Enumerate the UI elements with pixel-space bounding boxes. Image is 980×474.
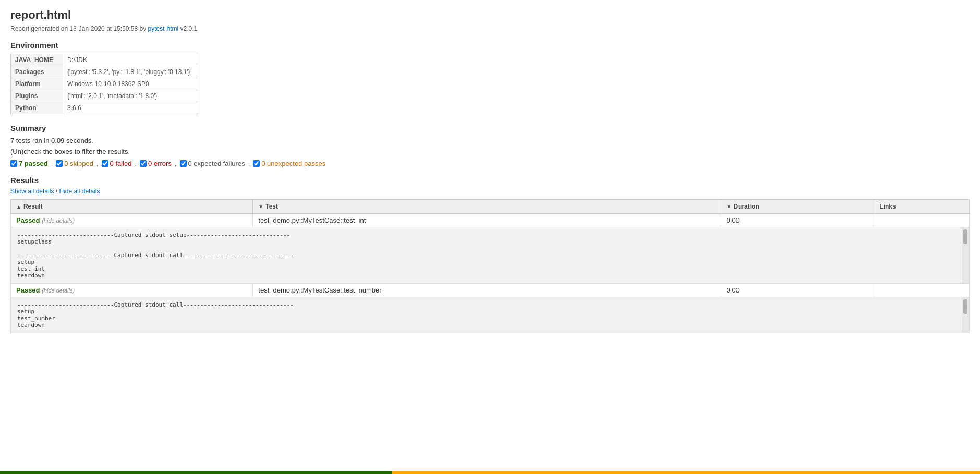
filter-label-text: 0 expected failures (188, 160, 245, 167)
env-key: JAVA_HOME (11, 54, 63, 66)
result-passed-label: Passed (16, 216, 40, 224)
env-row: Plugins{'html': '2.0.1', 'metadata': '1.… (11, 90, 198, 102)
env-key: Plugins (11, 90, 63, 102)
filter-checkbox[interactable] (253, 160, 260, 167)
env-row: Packages{'pytest': '5.3.2', 'py': '1.8.1… (11, 66, 198, 78)
results-col-header[interactable]: ▲Result (11, 200, 253, 214)
filter-checkbox[interactable] (10, 160, 17, 167)
filter-checkboxes: 7 passed,0 skipped,0 failed,0 errors,0 e… (10, 160, 970, 167)
env-value: 3.6.6 (63, 102, 198, 114)
env-value: {'html': '2.0.1', 'metadata': '1.8.0'} (63, 90, 198, 102)
results-col-header[interactable]: Links (874, 200, 970, 214)
filter-label-text: 7 passed (19, 160, 48, 167)
env-key: Packages (11, 66, 63, 78)
log-wrapper: ----------------------------Captured std… (11, 297, 969, 333)
filter-checkbox[interactable] (102, 160, 108, 167)
duration-cell: 0.00 (721, 284, 874, 297)
filter-checkbox-label[interactable]: 0 failed (102, 160, 132, 167)
filter-checkbox[interactable] (180, 160, 187, 167)
filter-comma: , (96, 160, 99, 167)
filter-checkbox-label[interactable]: 7 passed (10, 160, 48, 167)
hide-all-details-link[interactable]: Hide all details (59, 188, 100, 195)
result-row: Passed (hide details)test_demo.py::MyTes… (11, 214, 970, 227)
duration-cell: 0.00 (721, 214, 874, 227)
sort-arrow: ▼ (727, 204, 732, 210)
filter-label-text: 0 errors (148, 160, 172, 167)
sort-arrow: ▲ (16, 204, 21, 210)
env-row: JAVA_HOMED:\JDK (11, 54, 198, 66)
summary-heading: Summary (10, 124, 970, 132)
environment-table: JAVA_HOMED:\JDKPackages{'pytest': '5.3.2… (10, 54, 198, 114)
filter-checkbox-label[interactable]: 0 errors (140, 160, 172, 167)
filter-label-text: 0 failed (110, 160, 132, 167)
log-cell: ----------------------------Captured std… (11, 227, 970, 284)
test-cell: test_demo.py::MyTestCase::test_number (253, 284, 721, 297)
results-table: ▲Result▼Test▼DurationLinks Passed (hide … (10, 199, 970, 333)
result-row: Passed (hide details)test_demo.py::MyTes… (11, 284, 970, 297)
result-cell: Passed (hide details) (11, 214, 253, 227)
filter-checkbox[interactable] (140, 160, 147, 167)
env-key: Platform (11, 78, 63, 90)
links-cell (874, 214, 970, 227)
results-section: Results Show all details / Hide all deta… (10, 176, 970, 333)
log-content: ----------------------------Captured std… (11, 297, 969, 333)
summary-section: Summary 7 tests ran in 0.09 seconds. (Un… (10, 124, 970, 167)
log-scrollbar[interactable] (962, 227, 969, 283)
log-content: ----------------------------Captured std… (11, 227, 969, 283)
filter-comma: , (248, 160, 250, 167)
page-title: report.html (10, 8, 970, 22)
report-meta: Report generated on 13-Jan-2020 at 15:50… (10, 25, 970, 32)
result-passed-label: Passed (16, 286, 40, 294)
test-cell: test_demo.py::MyTestCase::test_int (253, 214, 721, 227)
show-all-details-link[interactable]: Show all details (10, 188, 54, 195)
env-row: PlatformWindows-10-10.0.18362-SP0 (11, 78, 198, 90)
meta-version: v2.0.1 (178, 25, 197, 32)
hide-details-link[interactable]: (hide details) (42, 217, 75, 224)
filter-comma: , (135, 160, 137, 167)
filter-label-text: 0 unexpected passes (261, 160, 325, 167)
environment-heading: Environment (10, 41, 970, 50)
results-col-header[interactable]: ▼Test (253, 200, 721, 214)
filter-comma: , (175, 160, 177, 167)
results-col-header[interactable]: ▼Duration (721, 200, 874, 214)
scrollbar-thumb (963, 229, 967, 244)
filter-instruction: (Un)check the boxes to filter the result… (10, 148, 970, 155)
hide-details-link[interactable]: (hide details) (42, 287, 75, 294)
log-scrollbar[interactable] (962, 297, 969, 333)
log-cell: ----------------------------Captured std… (11, 297, 970, 333)
sort-arrow: ▼ (258, 204, 263, 210)
env-value: Windows-10-10.0.18362-SP0 (63, 78, 198, 90)
result-cell: Passed (hide details) (11, 284, 253, 297)
filter-label-text: 0 skipped (64, 160, 93, 167)
filter-comma: , (51, 160, 53, 167)
filter-checkbox-label[interactable]: 0 expected failures (180, 160, 245, 167)
pytest-html-link[interactable]: pytest-html (148, 25, 179, 32)
scrollbar-thumb (963, 299, 967, 314)
env-key: Python (11, 102, 63, 114)
results-heading: Results (10, 176, 970, 185)
filter-checkbox[interactable] (56, 160, 63, 167)
env-value: D:\JDK (63, 54, 198, 66)
log-row: ----------------------------Captured std… (11, 227, 970, 284)
filter-checkbox-label[interactable]: 0 unexpected passes (253, 160, 325, 167)
summary-stats: 7 tests ran in 0.09 seconds. (10, 137, 970, 144)
links-cell (874, 284, 970, 297)
results-links: Show all details / Hide all details (10, 188, 970, 195)
meta-generated: Report generated on 13-Jan-2020 at 15:50… (10, 25, 148, 32)
results-header-row: ▲Result▼Test▼DurationLinks (11, 200, 970, 214)
env-row: Python3.6.6 (11, 102, 198, 114)
filter-checkbox-label[interactable]: 0 skipped (56, 160, 93, 167)
env-value: {'pytest': '5.3.2', 'py': '1.8.1', 'plug… (63, 66, 198, 78)
log-wrapper: ----------------------------Captured std… (11, 227, 969, 283)
log-row: ----------------------------Captured std… (11, 297, 970, 333)
